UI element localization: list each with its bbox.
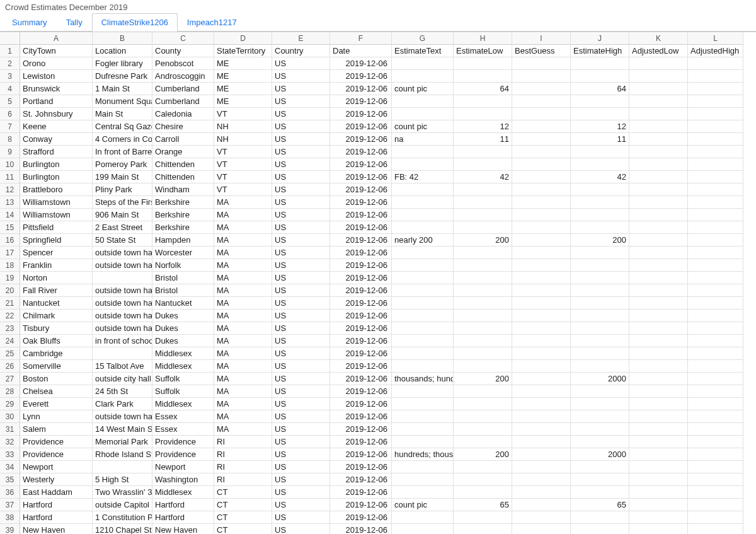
cell[interactable]: [688, 234, 743, 247]
cell[interactable]: [688, 335, 743, 347]
cell[interactable]: 2019-12-06: [330, 297, 392, 310]
cell[interactable]: [392, 196, 454, 209]
cell[interactable]: Strafford: [20, 146, 93, 158]
cell[interactable]: US: [272, 83, 330, 95]
cell[interactable]: 64: [571, 83, 629, 95]
cell[interactable]: 2019-12-06: [330, 436, 392, 448]
cell[interactable]: MA: [214, 322, 272, 335]
cell[interactable]: [629, 259, 688, 272]
cell[interactable]: [571, 436, 629, 448]
cell[interactable]: 2019-12-06: [330, 385, 392, 398]
cell[interactable]: 2000: [571, 448, 629, 461]
cell[interactable]: [512, 410, 571, 423]
cell[interactable]: Main St: [93, 108, 152, 120]
cell[interactable]: US: [272, 272, 330, 284]
row-header[interactable]: 6: [0, 108, 20, 120]
cell[interactable]: [571, 70, 629, 83]
cell[interactable]: [93, 347, 152, 360]
cell[interactable]: Pliny Park: [93, 183, 152, 196]
cell[interactable]: 2019-12-06: [330, 511, 392, 524]
cell[interactable]: outside town hal: [93, 310, 152, 322]
cell[interactable]: US: [272, 57, 330, 70]
cell[interactable]: Dukes: [152, 335, 214, 347]
cell[interactable]: Berkshire: [152, 209, 214, 221]
cell[interactable]: [512, 499, 571, 511]
cell[interactable]: [629, 247, 688, 259]
cell[interactable]: [454, 473, 512, 486]
cell[interactable]: 2019-12-06: [330, 461, 392, 473]
cell[interactable]: [688, 436, 743, 448]
cell[interactable]: count pic: [392, 499, 454, 511]
cell[interactable]: MA: [214, 297, 272, 310]
cell[interactable]: Chesire: [152, 120, 214, 133]
cell[interactable]: outside town hal: [93, 297, 152, 310]
column-header[interactable]: G: [392, 32, 454, 45]
cell[interactable]: outside city hall;: [93, 373, 152, 385]
cell[interactable]: [629, 221, 688, 234]
cell[interactable]: Fogler library: [93, 57, 152, 70]
row-header[interactable]: 30: [0, 410, 20, 423]
cell[interactable]: US: [272, 259, 330, 272]
cell[interactable]: US: [272, 133, 330, 146]
cell[interactable]: St. Johnsbury: [20, 108, 93, 120]
cell[interactable]: [629, 196, 688, 209]
header-cell[interactable]: Location: [93, 45, 152, 57]
cell[interactable]: [392, 410, 454, 423]
cell[interactable]: MA: [214, 410, 272, 423]
header-cell[interactable]: BestGuess: [512, 45, 571, 57]
cell[interactable]: [454, 57, 512, 70]
cell[interactable]: Portland: [20, 95, 93, 108]
cell[interactable]: [392, 221, 454, 234]
cell[interactable]: [512, 70, 571, 83]
cell[interactable]: 2019-12-06: [330, 221, 392, 234]
cell[interactable]: [688, 183, 743, 196]
cell[interactable]: [454, 461, 512, 473]
cell[interactable]: ME: [214, 70, 272, 83]
cell[interactable]: [688, 373, 743, 385]
cell[interactable]: [454, 158, 512, 171]
cell[interactable]: US: [272, 373, 330, 385]
cell[interactable]: MA: [214, 398, 272, 410]
cell[interactable]: hundreds; thous: [392, 448, 454, 461]
cell[interactable]: 2019-12-06: [330, 133, 392, 146]
cell[interactable]: [454, 486, 512, 499]
cell[interactable]: VT: [214, 171, 272, 183]
cell[interactable]: MA: [214, 234, 272, 247]
cell[interactable]: Berkshire: [152, 196, 214, 209]
cell[interactable]: US: [272, 108, 330, 120]
cell[interactable]: [688, 410, 743, 423]
cell[interactable]: [512, 322, 571, 335]
cell[interactable]: 2 East Street: [93, 221, 152, 234]
cell[interactable]: [454, 385, 512, 398]
cell[interactable]: 2019-12-06: [330, 209, 392, 221]
cell[interactable]: US: [272, 284, 330, 297]
cell[interactable]: [688, 221, 743, 234]
cell[interactable]: [454, 221, 512, 234]
cell[interactable]: [392, 473, 454, 486]
cell[interactable]: 2019-12-06: [330, 57, 392, 70]
cell[interactable]: [512, 360, 571, 373]
cell[interactable]: count pic: [392, 120, 454, 133]
cell[interactable]: Norton: [20, 272, 93, 284]
cell[interactable]: ME: [214, 95, 272, 108]
cell[interactable]: [688, 146, 743, 158]
cell[interactable]: [392, 398, 454, 410]
cell[interactable]: Chittenden: [152, 158, 214, 171]
row-header[interactable]: 7: [0, 120, 20, 133]
cell[interactable]: [688, 322, 743, 335]
cell[interactable]: [629, 146, 688, 158]
cell[interactable]: [629, 70, 688, 83]
cell[interactable]: [629, 461, 688, 473]
row-header[interactable]: 17: [0, 247, 20, 259]
cell[interactable]: [688, 120, 743, 133]
cell[interactable]: [629, 511, 688, 524]
cell[interactable]: [392, 95, 454, 108]
cell[interactable]: New Haven: [20, 524, 93, 534]
cell[interactable]: Middlesex: [152, 360, 214, 373]
cell[interactable]: [571, 360, 629, 373]
header-cell[interactable]: AdjustedHigh: [688, 45, 743, 57]
cell[interactable]: [454, 335, 512, 347]
cell[interactable]: [454, 146, 512, 158]
cell[interactable]: Fall River: [20, 284, 93, 297]
cell[interactable]: Burlington: [20, 171, 93, 183]
